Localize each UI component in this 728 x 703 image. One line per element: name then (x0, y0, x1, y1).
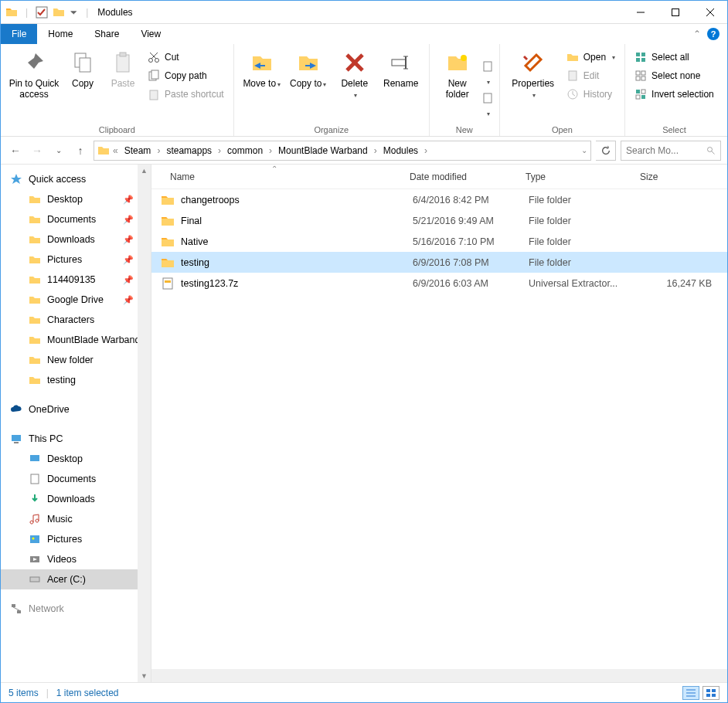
column-type[interactable]: Type (518, 172, 632, 182)
move-to-button[interactable]: Move to▾ (240, 47, 284, 124)
main-area: Quick access Desktop📌Documents📌Downloads… (1, 165, 727, 682)
sidebar-item[interactable]: 114409135📌 (1, 270, 151, 290)
collapse-ribbon-icon[interactable]: ⌃ (693, 29, 701, 39)
chevron-icon[interactable]: › (155, 145, 162, 156)
qat-dropdown[interactable]: ⏷ (70, 8, 78, 17)
tab-home[interactable]: Home (37, 24, 83, 44)
sidebar-item[interactable]: Desktop (1, 449, 151, 469)
scrollbar[interactable]: ▲▼ (138, 165, 151, 682)
new-folder-button[interactable]: New folder (436, 47, 479, 124)
sidebar-network[interactable]: Network (1, 599, 151, 619)
checkbox-icon[interactable] (36, 6, 48, 19)
open-button[interactable]: Open▾ (563, 49, 618, 66)
file-type: File folder (529, 236, 645, 247)
pin-icon: 📌 (123, 295, 134, 305)
window-title: Modules (97, 7, 132, 18)
tab-view[interactable]: View (130, 24, 172, 44)
crumb[interactable]: steamapps (163, 145, 215, 156)
svg-rect-23 (484, 62, 492, 71)
select-all-button[interactable]: Select all (631, 49, 717, 66)
pin-quick-access-button[interactable]: Pin to Quick access (7, 47, 61, 124)
refresh-button[interactable] (596, 141, 616, 161)
sidebar-this-pc[interactable]: This PC (1, 429, 151, 449)
sidebar-item[interactable]: Documents (1, 469, 151, 489)
sidebar-item[interactable]: testing (1, 370, 151, 390)
tab-file[interactable]: File (1, 24, 37, 44)
file-row[interactable]: Native5/16/2016 7:10 PMFile folder (151, 231, 727, 252)
sidebar-quick-access[interactable]: Quick access (1, 169, 151, 189)
svg-line-12 (150, 53, 156, 59)
help-icon[interactable]: ? (707, 28, 719, 40)
chevron-icon[interactable]: « (111, 145, 120, 156)
new-item-dropdown[interactable]: ▾ ▾ (482, 47, 493, 124)
sidebar-item[interactable]: Downloads (1, 489, 151, 509)
invert-selection-button[interactable]: Invert selection (631, 86, 717, 103)
edit-button[interactable]: Edit (563, 67, 618, 84)
svg-rect-33 (636, 76, 640, 80)
file-row[interactable]: testing123.7z6/9/2016 6:03 AMUniversal E… (151, 273, 727, 294)
sidebar-item[interactable]: Downloads📌 (1, 229, 151, 250)
svg-rect-48 (30, 577, 39, 582)
svg-rect-35 (636, 90, 640, 93)
chevron-icon[interactable]: › (267, 145, 274, 156)
svg-rect-18 (392, 59, 406, 66)
paste-shortcut-button[interactable]: Paste shortcut (145, 86, 227, 103)
thumbnails-view-button[interactable] (702, 686, 719, 700)
rename-button[interactable]: Rename (379, 47, 423, 124)
tab-share[interactable]: Share (83, 24, 130, 44)
sidebar-item[interactable]: Acer (C:) (1, 569, 151, 589)
sidebar-onedrive[interactable]: OneDrive (1, 399, 151, 419)
properties-button[interactable]: Properties▾ (506, 47, 560, 124)
title-bar: | ⏷ | Modules (1, 1, 727, 24)
sidebar-item[interactable]: Videos (1, 549, 151, 569)
delete-button[interactable]: Delete▾ (333, 47, 376, 124)
file-date: 5/21/2016 9:49 AM (413, 216, 529, 226)
file-row[interactable]: testing6/9/2016 7:08 PMFile folder (151, 252, 727, 273)
close-button[interactable] (692, 1, 727, 24)
search-input[interactable]: Search Mo... (621, 141, 721, 161)
crumb[interactable]: common (224, 145, 266, 156)
chevron-icon[interactable]: › (373, 145, 379, 156)
sidebar-item[interactable]: Pictures (1, 529, 151, 549)
sidebar-item[interactable]: Characters (1, 310, 151, 330)
up-button[interactable]: ↑ (72, 142, 89, 159)
svg-rect-36 (641, 90, 645, 93)
paste-button[interactable]: Paste (104, 47, 141, 124)
file-row[interactable]: Final5/21/2016 9:49 AMFile folder (151, 210, 727, 231)
cut-button[interactable]: Cut (145, 49, 227, 66)
maximize-button[interactable] (658, 1, 692, 24)
details-view-button[interactable] (682, 686, 699, 700)
scissors-icon (148, 51, 160, 63)
sidebar-item[interactable]: Pictures📌 (1, 250, 151, 270)
sidebar-item[interactable]: MountBlade Warband (1, 330, 151, 350)
history-button[interactable]: History (563, 86, 618, 103)
breadcrumb[interactable]: « Steam› steamapps› common› MountBlade W… (94, 141, 591, 161)
label: OneDrive (29, 404, 70, 415)
chevron-icon[interactable]: › (423, 145, 429, 156)
recent-dropdown[interactable]: ⌄ (50, 142, 67, 159)
minimize-button[interactable] (623, 1, 658, 24)
sidebar-item[interactable]: Documents📌 (1, 209, 151, 229)
folder-icon (29, 294, 41, 306)
copy-to-button[interactable]: Copy to▾ (287, 47, 330, 124)
file-row[interactable]: changetroops6/4/2016 8:42 PMFile folder (151, 189, 727, 210)
address-dropdown[interactable]: ⌄ (581, 146, 587, 155)
column-date[interactable]: Date modified (402, 172, 518, 182)
sidebar-item[interactable]: Music (1, 509, 151, 529)
back-button[interactable]: ← (7, 142, 24, 159)
select-none-button[interactable]: Select none (631, 67, 717, 84)
copy-button[interactable]: Copy (64, 47, 101, 124)
sidebar-item[interactable]: Google Drive📌 (1, 290, 151, 310)
chevron-icon[interactable]: › (216, 145, 223, 156)
column-size[interactable]: Size (632, 172, 727, 182)
sidebar-item[interactable]: New folder (1, 350, 151, 370)
forward-button[interactable]: → (29, 142, 46, 159)
sidebar-item[interactable]: Desktop📌 (1, 189, 151, 209)
status-bar: 5 items | 1 item selected (1, 682, 727, 702)
crumb[interactable]: Steam (121, 145, 155, 156)
crumb[interactable]: Modules (380, 145, 421, 156)
move-to-icon (250, 50, 274, 75)
crumb[interactable]: MountBlade Warband (275, 145, 371, 156)
horizontal-scrollbar[interactable] (151, 669, 727, 682)
copy-path-button[interactable]: Copy path (145, 67, 227, 84)
